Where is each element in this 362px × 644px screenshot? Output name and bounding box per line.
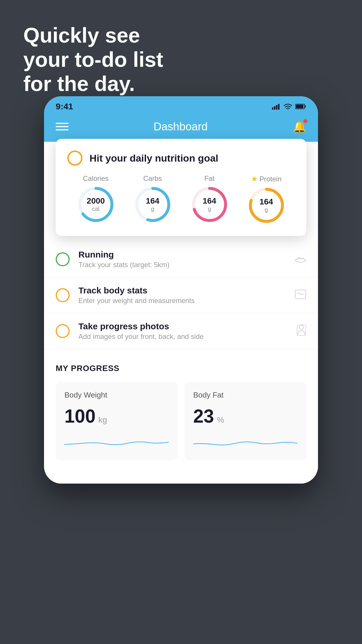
todo-circle-nutrition[interactable] — [67, 150, 82, 166]
body-weight-value-row: 100 kg — [64, 405, 169, 427]
todo-photos-desc: Add images of your front, back, and side — [78, 332, 288, 341]
todo-running-text: Running Track your stats (target: 5km) — [78, 250, 286, 269]
fat-label: Fat — [204, 174, 215, 183]
nav-bar: Dashboard 🔔 — [44, 114, 318, 142]
todo-body-stats[interactable]: Track body stats Enter your weight and m… — [44, 277, 318, 313]
body-weight-chart — [64, 433, 169, 450]
hero-line1: Quickly see — [23, 23, 163, 48]
body-fat-value: 23 — [193, 405, 214, 427]
nutrition-protein: ★ Protein 164 g — [247, 174, 285, 224]
scale-icon — [295, 289, 306, 301]
bell-icon[interactable]: 🔔 — [293, 120, 306, 133]
protein-value: 164 — [259, 197, 273, 206]
calories-label: Calories — [83, 174, 108, 183]
todo-circle-photos — [56, 324, 70, 338]
menu-icon[interactable] — [56, 123, 68, 130]
svg-point-4 — [288, 109, 289, 110]
body-weight-unit: kg — [99, 415, 107, 425]
running-icon — [295, 254, 306, 265]
protein-unit: g — [259, 206, 273, 213]
body-weight-value: 100 — [64, 405, 96, 427]
todo-circle-bodystats — [56, 288, 70, 302]
hero-line2: your to-do list — [23, 48, 163, 72]
fat-unit: g — [203, 206, 216, 212]
nav-title: Dashboard — [154, 120, 208, 133]
todo-photos-name: Take progress photos — [78, 321, 288, 331]
nutrition-carbs: Carbs 164 g — [134, 174, 172, 223]
todo-photos-text: Take progress photos Add images of your … — [78, 321, 288, 341]
fat-circle: 164 g — [191, 186, 229, 223]
svg-rect-18 — [297, 325, 306, 335]
fat-value: 164 — [203, 197, 216, 206]
nutrition-fat: Fat 164 g — [191, 174, 229, 223]
protein-label: ★ Protein — [251, 174, 282, 183]
todo-bodystats-desc: Enter your weight and measurements — [78, 297, 286, 305]
todo-bodystats-name: Track body stats — [78, 286, 286, 295]
notification-dot — [303, 119, 307, 123]
calories-value: 2000 — [87, 197, 105, 206]
carbs-label: Carbs — [143, 174, 162, 183]
body-fat-unit: % — [217, 415, 224, 425]
body-fat-label: Body Fat — [193, 391, 298, 400]
progress-section: MY PROGRESS Body Weight 100 kg Body Fat — [44, 349, 318, 472]
body-fat-chart — [193, 433, 298, 450]
signal-icon — [272, 103, 281, 110]
protein-circle: 164 g — [247, 186, 285, 224]
progress-cards: Body Weight 100 kg Body Fat 23 % — [56, 382, 306, 460]
svg-rect-0 — [272, 107, 273, 110]
hero-line3: for the day. — [23, 72, 163, 96]
todo-photos[interactable]: Take progress photos Add images of your … — [44, 313, 318, 349]
todo-circle-running — [56, 252, 70, 266]
status-time: 9:41 — [56, 102, 73, 111]
svg-point-17 — [299, 325, 303, 329]
carbs-circle: 164 g — [134, 186, 172, 223]
carbs-unit: g — [146, 206, 159, 212]
todo-running[interactable]: Running Track your stats (target: 5km) — [44, 242, 318, 277]
svg-rect-6 — [296, 105, 303, 108]
status-icons — [272, 103, 306, 110]
todo-bodystats-text: Track body stats Enter your weight and m… — [78, 286, 286, 305]
todo-running-desc: Track your stats (target: 5km) — [78, 261, 286, 269]
status-bar: 9:41 — [44, 96, 318, 114]
hero-text: Quickly see your to-do list for the day. — [23, 23, 163, 96]
svg-rect-1 — [274, 106, 275, 110]
phone-mockup: 9:41 — [44, 96, 318, 484]
phone-bottom — [44, 472, 318, 484]
carbs-value: 164 — [146, 197, 159, 206]
svg-rect-2 — [276, 105, 277, 110]
battery-icon — [295, 104, 306, 109]
person-icon — [296, 324, 306, 338]
calories-circle: 2000 cal — [77, 186, 115, 223]
star-icon: ★ — [251, 174, 258, 183]
svg-rect-16 — [295, 290, 306, 299]
body-weight-card[interactable]: Body Weight 100 kg — [56, 382, 178, 460]
nutrition-card: Hit your daily nutrition goal Calories 2… — [56, 139, 306, 236]
body-fat-value-row: 23 % — [193, 405, 298, 427]
nutrition-calories: Calories 2000 cal — [77, 174, 115, 223]
body-fat-card[interactable]: Body Fat 23 % — [184, 382, 306, 460]
progress-title: MY PROGRESS — [56, 364, 306, 373]
calories-unit: cal — [87, 206, 105, 212]
svg-rect-3 — [278, 104, 280, 110]
nutrition-row: Calories 2000 cal Carbs — [67, 174, 295, 224]
body-weight-label: Body Weight — [64, 391, 169, 400]
phone-content: THINGS TO DO TODAY Hit your daily nutrit… — [44, 142, 318, 484]
card-title: Hit your daily nutrition goal — [89, 153, 218, 164]
svg-point-15 — [295, 259, 306, 262]
todo-running-name: Running — [78, 250, 286, 260]
wifi-icon — [284, 103, 292, 110]
